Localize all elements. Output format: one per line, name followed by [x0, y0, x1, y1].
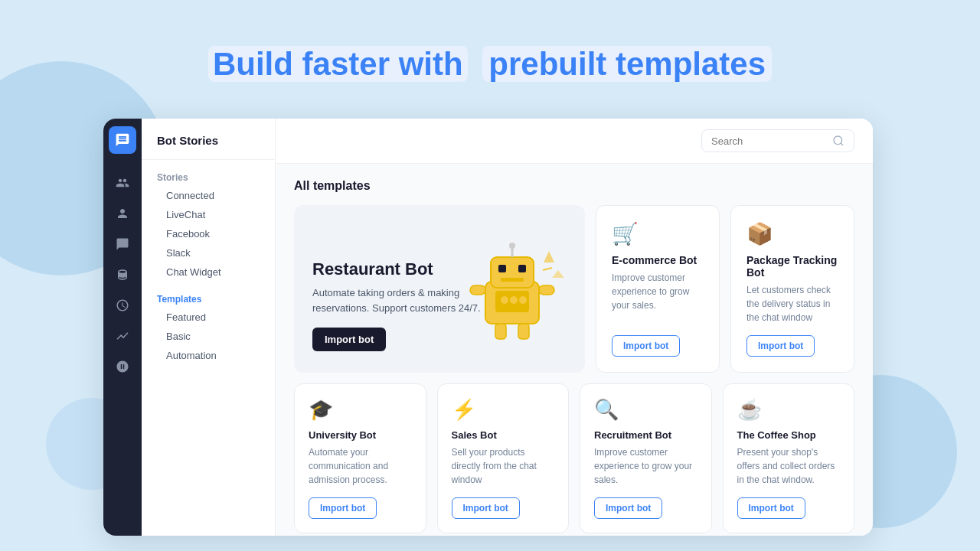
card-coffee: ☕ The Coffee Shop Present your shop's of…	[723, 383, 855, 533]
chat-icon	[115, 132, 130, 148]
recruitment-import-btn[interactable]: Import bot	[594, 497, 662, 519]
package-import-btn[interactable]: Import bot	[746, 335, 815, 357]
featured-import-btn[interactable]: Import bot	[312, 328, 386, 351]
nav-featured[interactable]: Featured	[142, 308, 275, 327]
sidebar-icon-database[interactable]	[109, 261, 136, 289]
recruitment-icon: 🔍	[594, 398, 697, 422]
templates-top-grid: Restaurant Bot Automate taking orders & …	[294, 205, 854, 373]
package-title: Package Tracking Bot	[746, 254, 838, 279]
sidebar-icon-analytics[interactable]	[109, 322, 136, 350]
university-import-btn[interactable]: Import bot	[309, 497, 377, 519]
card-sales: ⚡ Sales Bot Sell your products directly …	[437, 383, 570, 533]
templates-section-title: All templates	[294, 179, 854, 193]
sidebar-icon-clock[interactable]	[109, 292, 136, 319]
icon-sidebar	[103, 119, 142, 536]
app-logo	[109, 126, 136, 154]
sidebar-icon-team[interactable]	[109, 169, 136, 197]
featured-description: Automate taking orders & making reservat…	[312, 285, 481, 315]
sales-import-btn[interactable]: Import bot	[452, 497, 520, 519]
card-package: 📦 Package Tracking Bot Let customers che…	[730, 205, 854, 373]
recruitment-title: Recruitment Bot	[594, 429, 697, 441]
university-icon: 🎓	[309, 398, 412, 422]
templates-area: All templates Restaurant Bot Automate ta…	[276, 164, 873, 536]
package-icon: 📦	[746, 221, 838, 246]
sidebar-icon-contacts[interactable]	[109, 200, 136, 227]
main-content: All templates Restaurant Bot Automate ta…	[276, 119, 873, 536]
sales-title: Sales Bot	[452, 429, 555, 441]
header-highlight: prebuilt templates	[482, 46, 772, 82]
search-icon	[832, 135, 844, 147]
sales-icon: ⚡	[452, 398, 555, 422]
coffee-icon: ☕	[737, 398, 841, 422]
ecommerce-title: E-commerce Bot	[612, 254, 704, 266]
card-university: 🎓 University Bot Automate your communica…	[294, 383, 426, 533]
card-ecommerce: 🛒 E-commerce Bot Improve customer experi…	[596, 205, 720, 373]
nav-automation[interactable]: Automation	[142, 346, 275, 365]
coffee-title: The Coffee Shop	[737, 429, 841, 441]
university-title: University Bot	[309, 429, 412, 441]
header-prefix: Build faster with	[208, 46, 468, 82]
nav-title: Bot Stories	[142, 134, 275, 160]
recruitment-desc: Improve customer experience to grow your…	[594, 445, 697, 487]
nav-slack[interactable]: Slack	[142, 243, 275, 262]
nav-chat-widget[interactable]: Chat Widget	[142, 262, 275, 282]
templates-bottom-grid: 🎓 University Bot Automate your communica…	[294, 383, 854, 533]
search-input[interactable]	[711, 135, 832, 147]
nav-facebook[interactable]: Facebook	[142, 224, 275, 243]
sales-desc: Sell your products directly from the cha…	[452, 445, 555, 487]
package-desc: Let customers check the delivery status …	[746, 283, 838, 324]
search-box[interactable]	[701, 129, 854, 152]
app-container: Bot Stories Stories Connected LiveChat F…	[103, 119, 873, 536]
ecommerce-import-btn[interactable]: Import bot	[612, 335, 680, 357]
svg-point-4	[509, 243, 515, 249]
svg-point-0	[834, 136, 842, 145]
page-header: Build faster with prebuilt templates	[0, 46, 980, 83]
featured-title: Restaurant Bot	[312, 259, 567, 279]
ecommerce-desc: Improve customer experience to grow your…	[612, 271, 704, 324]
nav-basic[interactable]: Basic	[142, 327, 275, 346]
toolbar	[276, 119, 873, 164]
nav-connected[interactable]: Connected	[142, 186, 275, 205]
card-recruitment: 🔍 Recruitment Bot Improve customer exper…	[580, 383, 712, 533]
university-desc: Automate your communication and admissio…	[309, 445, 412, 487]
nav-stories-label: Stories	[142, 169, 275, 186]
card-featured-restaurant: Restaurant Bot Automate taking orders & …	[294, 205, 585, 373]
sidebar-icon-settings[interactable]	[109, 353, 136, 380]
card-featured-content: Restaurant Bot Automate taking orders & …	[312, 259, 567, 351]
coffee-desc: Present your shop's offers and collect o…	[737, 445, 841, 487]
nav-livechat[interactable]: LiveChat	[142, 205, 275, 224]
sidebar-icon-chat[interactable]	[109, 230, 136, 258]
nav-sidebar: Bot Stories Stories Connected LiveChat F…	[142, 119, 276, 536]
ecommerce-icon: 🛒	[612, 221, 704, 246]
coffee-import-btn[interactable]: Import bot	[737, 497, 805, 519]
nav-templates-label: Templates	[142, 288, 275, 308]
